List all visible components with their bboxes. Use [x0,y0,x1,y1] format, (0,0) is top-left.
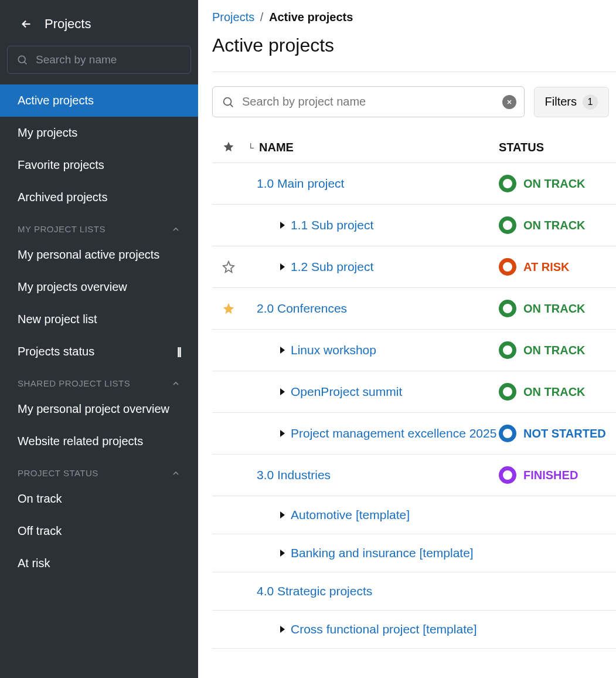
chevron-up-icon [171,469,181,478]
sidebar-item-website-projects[interactable]: Website related projects [0,425,198,457]
section-my-project-lists[interactable]: MY PROJECT LISTS [0,213,198,239]
column-name[interactable]: NAME [257,141,499,154]
star-icon [223,141,234,154]
sidebar-item-off-track[interactable]: Off track [0,515,198,547]
search-icon [16,54,28,66]
status-badge: FINISHED [499,466,616,484]
sidebar-item-archived-projects[interactable]: Archived projects [0,181,198,213]
project-link[interactable]: Automotive [template] [291,508,410,522]
sidebar-item-projects-overview[interactable]: My projects overview [0,271,198,303]
project-search-input[interactable] [212,86,525,117]
project-link[interactable]: 1.1 Sub project [291,218,373,232]
status-badge: NOT STARTED [499,425,616,442]
sidebar-item-label: My projects overview [18,280,127,294]
sidebar-item-label: New project list [18,313,97,326]
project-link[interactable]: OpenProject summit [291,385,402,399]
expand-caret-icon[interactable] [280,222,285,229]
name-cell: Automotive [template] [257,508,499,522]
expand-caret-icon[interactable] [280,626,285,633]
status-dot-icon [499,300,516,317]
drag-handle-icon[interactable]: || [177,345,181,358]
sidebar-search [7,46,191,74]
sidebar-item-personal-overview[interactable]: My personal project overview [0,393,198,425]
section-project-status[interactable]: PROJECT STATUS [0,457,198,483]
column-status[interactable]: STATUS [499,141,616,154]
name-cell: OpenProject summit [257,385,499,399]
star-filled-icon [222,302,235,315]
expand-caret-icon[interactable] [280,263,285,270]
status-badge: ON TRACK [499,341,616,359]
sidebar-header: Projects [0,7,198,46]
name-cell: Linux workshop [257,343,499,357]
back-arrow-icon[interactable] [20,18,33,30]
expand-caret-icon[interactable] [280,388,285,395]
sidebar-item-label: My personal project overview [18,402,169,416]
sidebar-item-label: Projects status [18,345,94,358]
section-header-label: MY PROJECT LISTS [18,224,105,234]
sidebar-item-at-risk[interactable]: At risk [0,547,198,579]
status-badge: AT RISK [499,258,616,276]
status-cell: ON TRACK [499,300,616,317]
section-shared-project-lists[interactable]: SHARED PROJECT LISTS [0,368,198,393]
clear-search-icon[interactable] [502,95,516,109]
sidebar-item-label: On track [18,492,62,506]
column-favorite[interactable] [212,141,245,154]
name-cell: Banking and insurance [template] [257,546,499,560]
projects-table: └ NAME STATUS 1.0 Main projectON TRACK1.… [212,131,616,649]
table-row: 4.0 Strategic projects [212,572,616,611]
project-link[interactable]: 1.0 Main project [257,177,344,191]
sidebar-item-new-project-list[interactable]: New project list [0,303,198,335]
breadcrumb-root[interactable]: Projects [212,11,254,23]
table-row: 1.1 Sub projectON TRACK [212,205,616,246]
table-row: OpenProject summitON TRACK [212,371,616,413]
name-cell: 2.0 Conferences [257,301,499,316]
sidebar-title: Projects [45,16,91,32]
status-cell: ON TRACK [499,216,616,234]
project-link[interactable]: Project management excellence 2025 [291,426,496,440]
table-row: 3.0 IndustriesFINISHED [212,455,616,496]
status-text: ON TRACK [523,219,586,232]
breadcrumb-current: Active projects [269,11,353,23]
project-link[interactable]: 1.2 Sub project [291,260,373,274]
filters-button[interactable]: Filters 1 [534,87,609,117]
sidebar-item-active-projects[interactable]: Active projects [0,84,198,117]
project-link[interactable]: Banking and insurance [template] [291,546,474,560]
status-text: FINISHED [523,469,578,482]
sidebar-item-label: My projects [18,126,77,140]
expand-caret-icon[interactable] [280,550,285,557]
status-badge: ON TRACK [499,216,616,234]
name-cell: 1.1 Sub project [257,218,499,232]
name-cell: 3.0 Industries [257,468,499,482]
project-link[interactable]: 4.0 Strategic projects [257,584,372,598]
project-link[interactable]: Cross functional project [template] [291,622,477,636]
search-icon [222,96,234,109]
sidebar: Projects Active projects My projects Fav… [0,0,198,678]
sidebar-search-input[interactable] [7,46,191,74]
name-cell: 1.2 Sub project [257,260,499,274]
expand-caret-icon[interactable] [280,430,285,437]
sidebar-item-on-track[interactable]: On track [0,483,198,515]
sidebar-item-favorite-projects[interactable]: Favorite projects [0,149,198,181]
sidebar-item-my-projects[interactable]: My projects [0,117,198,149]
expand-caret-icon[interactable] [280,511,285,518]
sidebar-item-projects-status[interactable]: Projects status || [0,335,198,368]
favorite-cell[interactable] [212,302,245,315]
project-link[interactable]: 3.0 Industries [257,468,331,482]
sidebar-item-label: Off track [18,524,62,538]
status-text: ON TRACK [523,344,586,357]
favorite-cell[interactable] [212,260,245,273]
section-header-label: SHARED PROJECT LISTS [18,378,130,388]
status-text: ON TRACK [523,177,586,191]
status-badge: ON TRACK [499,300,616,317]
project-link[interactable]: Linux workshop [291,343,376,357]
status-dot-icon [499,216,516,234]
project-link[interactable]: 2.0 Conferences [257,301,347,316]
main-content: Projects / Active projects Active projec… [198,0,616,678]
expand-caret-icon[interactable] [280,347,285,354]
status-dot-icon [499,258,516,276]
svg-point-1 [224,97,232,105]
star-outline-icon [222,260,235,273]
column-sort[interactable]: └ [245,141,257,154]
sidebar-item-personal-active[interactable]: My personal active projects [0,239,198,271]
status-cell: ON TRACK [499,341,616,359]
